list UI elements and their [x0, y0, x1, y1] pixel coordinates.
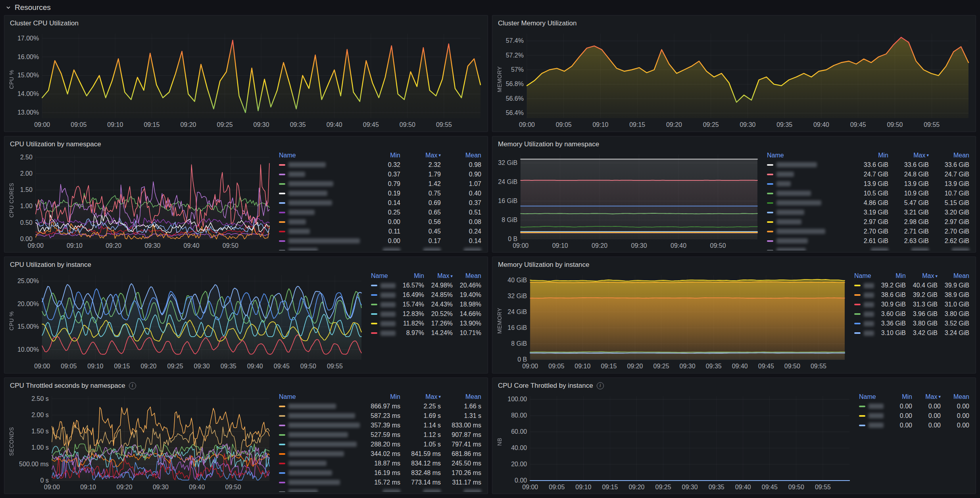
chart-canvas[interactable]: 100.0080.0060.0040.0020.000.0009:0009:05… [504, 391, 854, 492]
legend-series-toggle[interactable] [854, 321, 874, 326]
legend-header-min[interactable]: Min [360, 152, 400, 159]
legend-header-name[interactable]: Name [371, 272, 396, 280]
time-series-plot[interactable]: 100.0080.0060.0040.0020.000.0009:0009:05… [504, 391, 854, 492]
section-row-resources[interactable]: Resources [0, 0, 980, 15]
legend-series-toggle[interactable] [279, 162, 360, 167]
legend-series-toggle[interactable] [279, 413, 360, 418]
legend-series-toggle[interactable] [767, 172, 848, 177]
legend-series-toggle[interactable] [854, 302, 874, 307]
legend-series-toggle[interactable] [279, 404, 360, 409]
legend-series-toggle[interactable] [279, 172, 360, 177]
panel-title[interactable]: CPU Throttled seconds by namespace [10, 382, 125, 390]
legend-header-max[interactable]: Max▾ [400, 393, 441, 400]
legend-series-toggle[interactable] [279, 432, 360, 437]
legend-header-mean[interactable]: Mean [941, 393, 969, 400]
chart-canvas[interactable]: 32 GiB24 GiB16 GiB8 GiB0 B09:0009:1009:2… [495, 150, 762, 251]
legend-series-toggle[interactable] [767, 248, 848, 251]
legend-header-max[interactable]: Max▾ [888, 152, 929, 159]
legend-value-min: 0.19 [360, 190, 400, 197]
legend-header-name[interactable]: Name [859, 393, 884, 400]
legend-header-mean[interactable]: Mean [441, 152, 481, 159]
legend-series-toggle[interactable] [854, 283, 874, 288]
legend-series-toggle[interactable] [767, 210, 848, 215]
panel-title[interactable]: Cluster Memory Utilization [498, 19, 576, 27]
legend-series-toggle[interactable] [371, 283, 396, 288]
legend-series-toggle[interactable] [279, 181, 360, 186]
legend-series-toggle[interactable] [767, 200, 848, 205]
time-series-plot[interactable]: 2.50 s2.00 s1.50 s1.00 s500.00 ms0 s09:0… [16, 391, 274, 492]
legend-series-toggle[interactable] [279, 489, 360, 492]
legend-series-toggle[interactable] [279, 191, 360, 196]
legend-header-name[interactable]: Name [854, 272, 874, 280]
y-tick-label: 1.00 s [31, 444, 49, 451]
legend-header-name[interactable]: Name [279, 152, 360, 159]
legend-header-mean[interactable]: Mean [929, 152, 969, 159]
legend-header-min[interactable]: Min [884, 393, 912, 400]
legend-header-min[interactable]: Min [874, 272, 906, 280]
time-series-plot[interactable]: 2.502.001.501.000.500.0009:0009:1009:200… [16, 150, 274, 251]
legend-header-mean[interactable]: Mean [453, 272, 481, 280]
legend-header-name[interactable]: Name [767, 152, 848, 159]
legend-series-toggle[interactable] [859, 423, 884, 428]
chart-canvas[interactable]: 2.50 s2.00 s1.50 s1.00 s500.00 ms0 s09:0… [16, 391, 274, 492]
panel-title[interactable]: Cluster CPU Utilization [10, 19, 79, 27]
time-series-plot[interactable]: 25.00%20.00%15.00%10.00%09:0009:0509:100… [16, 270, 366, 372]
info-icon[interactable]: i [129, 382, 136, 389]
time-series-plot[interactable]: 32 GiB24 GiB16 GiB8 GiB0 B09:0009:1009:2… [495, 150, 762, 251]
legend-value-min: 527.59 ms [360, 431, 400, 439]
panel-title[interactable]: CPU Utilization by instance [10, 261, 91, 269]
chart-canvas[interactable]: 25.00%20.00%15.00%10.00%09:0009:0509:100… [16, 270, 366, 372]
time-series-plot[interactable]: 17.00%16.00%15.00%14.00%13.00%09:0009:05… [16, 29, 485, 130]
legend-series-toggle[interactable] [767, 238, 848, 243]
legend-series-toggle[interactable] [279, 480, 360, 485]
legend-header-name[interactable]: Name [279, 393, 360, 400]
time-series-plot[interactable]: 57.4%57.2%57%56.8%56.6%56.4%09:0009:0509… [504, 29, 973, 130]
legend-series-toggle[interactable] [371, 331, 396, 336]
legend-series-toggle[interactable] [279, 200, 360, 205]
legend-header-mean[interactable]: Mean [441, 393, 481, 400]
legend-series-toggle[interactable] [279, 423, 360, 428]
legend-header-mean[interactable]: Mean [938, 272, 969, 280]
legend-series-toggle[interactable] [371, 302, 396, 307]
panel-title[interactable]: Memory Utilization by namespace [498, 140, 599, 148]
panel-title[interactable]: CPU Utilization by namespace [10, 140, 101, 148]
legend-series-toggle[interactable] [767, 162, 848, 167]
legend-header-min[interactable]: Min [360, 393, 400, 400]
panel-title[interactable]: Memory Utilization by instance [498, 261, 590, 269]
legend-header-max[interactable]: Max▾ [906, 272, 938, 280]
chart-canvas[interactable]: 57.4%57.2%57%56.8%56.6%56.4%09:0009:0509… [504, 29, 973, 130]
legend-series-toggle[interactable] [854, 312, 874, 317]
legend-series-toggle[interactable] [279, 470, 360, 475]
x-tick-label: 09:40 [189, 484, 205, 490]
legend-header-max[interactable]: Max▾ [912, 393, 941, 400]
chart-canvas[interactable]: 2.502.001.501.000.500.0009:0009:1009:200… [16, 150, 274, 251]
chart-canvas[interactable]: 40 GiB32 GiB24 GiB16 GiB8 GiB0 B09:0009:… [504, 270, 849, 372]
legend-header-max[interactable]: Max▾ [400, 152, 441, 159]
legend-series-toggle[interactable] [279, 229, 360, 234]
legend-series-toggle[interactable] [859, 413, 884, 418]
time-series-plot[interactable]: 40 GiB32 GiB24 GiB16 GiB8 GiB0 B09:0009:… [504, 270, 849, 372]
legend-series-toggle[interactable] [279, 210, 360, 215]
legend-header-min[interactable]: Min [848, 152, 888, 159]
legend-series-toggle[interactable] [854, 331, 874, 336]
legend-series-toggle[interactable] [279, 451, 360, 456]
legend-series-toggle[interactable] [767, 229, 848, 234]
legend-series-toggle[interactable] [279, 238, 360, 243]
legend-series-toggle[interactable] [767, 219, 848, 224]
legend-series-toggle[interactable] [279, 442, 360, 447]
legend-series-toggle[interactable] [371, 312, 396, 317]
legend-series-toggle[interactable] [279, 248, 360, 251]
info-icon[interactable]: i [597, 382, 604, 389]
legend-header-min[interactable]: Min [396, 272, 424, 280]
legend-series-toggle[interactable] [371, 293, 396, 298]
chart-canvas[interactable]: 17.00%16.00%15.00%14.00%13.00%09:0009:05… [16, 29, 485, 130]
legend-series-toggle[interactable] [279, 219, 360, 224]
legend-series-toggle[interactable] [767, 181, 848, 186]
legend-series-toggle[interactable] [767, 191, 848, 196]
legend-series-toggle[interactable] [279, 461, 360, 466]
legend-header-max[interactable]: Max▾ [424, 272, 453, 280]
legend-series-toggle[interactable] [859, 404, 884, 409]
legend-series-toggle[interactable] [854, 293, 874, 298]
panel-title[interactable]: CPU Core Throttled by instance [498, 382, 593, 390]
legend-series-toggle[interactable] [371, 321, 396, 326]
